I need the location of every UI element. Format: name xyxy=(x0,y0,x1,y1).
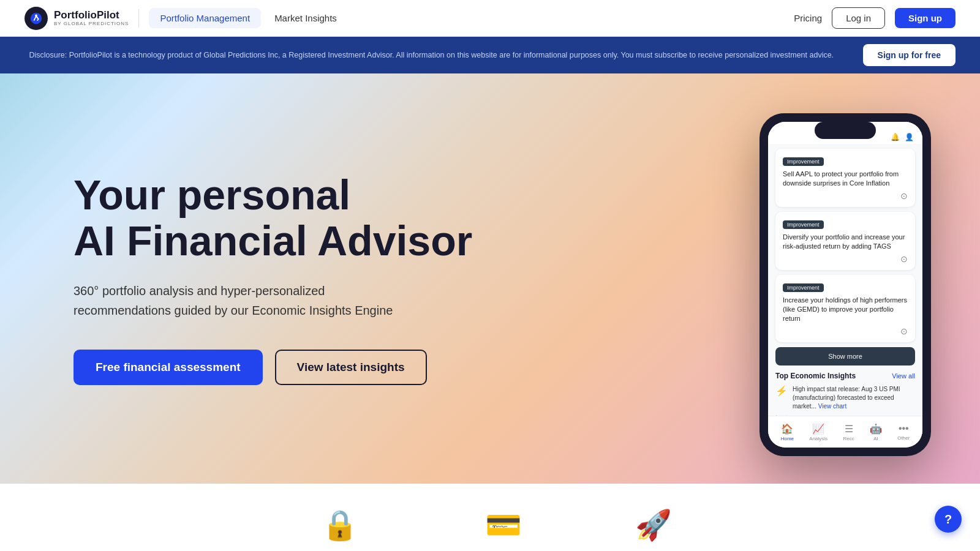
signup-button[interactable]: Sign up xyxy=(895,8,956,28)
other-label: Other xyxy=(897,435,910,441)
logo-icon xyxy=(24,7,48,30)
insights-header: Top Economic Insights View all xyxy=(775,372,915,380)
bottom-nav-home[interactable]: 🏠 Home xyxy=(781,423,794,441)
rec-text-1: Sell AAPL to protect your portfolio from… xyxy=(783,170,908,189)
phone-container: 🔔 👤 Improvement Sell AAPL to protect you… xyxy=(760,86,931,484)
disclosure-text: Disclosure: PortfolioPilot is a technolo… xyxy=(24,50,839,61)
insights-title: Top Economic Insights xyxy=(775,372,856,380)
phone-mockup: 🔔 👤 Improvement Sell AAPL to protect you… xyxy=(760,113,931,456)
stat-users: 🚀 15,000+ users* xyxy=(617,508,689,551)
hero-subtitle: 360° portfolio analysis and hyper-person… xyxy=(74,281,417,320)
phone-screen: 🔔 👤 Improvement Sell AAPL to protect you… xyxy=(768,122,922,448)
logo-title: PortfolioPilot xyxy=(54,10,129,21)
cta-secondary-button[interactable]: View latest insights xyxy=(275,350,427,385)
hero-section: Your personal AI Financial Advisor 360° … xyxy=(0,73,980,484)
rec-text-2: Diversify your portfolio and increase yo… xyxy=(783,233,908,252)
phone-body: Improvement Sell AAPL to protect your po… xyxy=(768,144,922,416)
other-icon: ••• xyxy=(899,423,909,434)
show-more-button[interactable]: Show more xyxy=(775,347,915,365)
user-icon: 👤 xyxy=(905,133,914,141)
rec-text-3: Increase your holdings of high performer… xyxy=(783,296,908,324)
bottom-nav-other[interactable]: ••• Other xyxy=(897,423,910,441)
phone-bottom-nav: 🏠 Home 📈 Analysis ☰ Recc 🤖 AI xyxy=(768,416,922,448)
hero-buttons: Free financial assessment View latest in… xyxy=(74,350,472,385)
payment-icon: 💳 xyxy=(485,508,522,542)
insight-link-1[interactable]: View chart xyxy=(818,403,847,410)
disclosure-bar: Disclosure: PortfolioPilot is a technolo… xyxy=(0,37,980,73)
insight-icon-1: ⚡ xyxy=(775,385,788,411)
logo-sub: BY GLOBAL PREDICTIONS xyxy=(54,21,129,26)
stat-security: 🔒 Bank-level security xyxy=(291,508,389,551)
insight-item-1: ⚡ High impact stat release: Aug 3 US PMI… xyxy=(775,385,915,411)
recc-label: Recc xyxy=(843,436,854,441)
rec-card-1: Improvement Sell AAPL to protect your po… xyxy=(775,149,915,207)
rec-badge-3: Improvement xyxy=(783,283,824,292)
bottom-nav-analysis[interactable]: 📈 Analysis xyxy=(809,423,827,441)
rocket-icon: 🚀 xyxy=(635,508,672,542)
rec-badge-2: Improvement xyxy=(783,220,824,229)
home-icon: 🏠 xyxy=(781,423,793,435)
nav-item-insights[interactable]: Market Insights xyxy=(263,8,348,28)
rec-footer-2: ⊙ xyxy=(783,254,908,264)
bottom-nav-recc[interactable]: ☰ Recc xyxy=(843,423,854,441)
notification-icon: 🔔 xyxy=(891,133,900,141)
bottom-nav-ai[interactable]: 🤖 AI xyxy=(870,423,882,441)
login-button[interactable]: Log in xyxy=(832,7,885,29)
view-all-link[interactable]: View all xyxy=(892,372,915,380)
analysis-icon: 📈 xyxy=(812,423,824,435)
hero-text: Your personal AI Financial Advisor 360° … xyxy=(74,172,472,385)
nav-item-portfolio[interactable]: Portfolio Management xyxy=(149,8,261,28)
stats-section: 🔒 Bank-level security 💳 $6.2B on platfor… xyxy=(0,484,980,551)
nav-divider xyxy=(138,9,139,28)
nav-menu: Portfolio Management Market Insights xyxy=(149,8,347,28)
rec-card-3: Improvement Increase your holdings of hi… xyxy=(775,275,915,342)
nav-pricing[interactable]: Pricing xyxy=(794,13,822,23)
help-button[interactable]: ? xyxy=(935,506,962,533)
stat-platform: 💳 $6.2B on platform* xyxy=(462,508,544,551)
nav-logo[interactable]: PortfolioPilot BY GLOBAL PREDICTIONS xyxy=(24,7,129,30)
rec-footer-1: ⊙ xyxy=(783,191,908,201)
nav-right: Pricing Log in Sign up xyxy=(794,7,956,29)
rec-check-icon-3: ⊙ xyxy=(900,326,908,336)
svg-point-1 xyxy=(35,14,37,17)
logo-text: PortfolioPilot BY GLOBAL PREDICTIONS xyxy=(54,10,129,27)
insight-text-1: High impact stat release: Aug 3 US PMI (… xyxy=(793,385,915,411)
hero-title-line1: Your personal xyxy=(74,171,350,218)
rec-footer-3: ⊙ xyxy=(783,326,908,336)
phone-notch xyxy=(815,122,876,139)
rec-badge-1: Improvement xyxy=(783,157,824,166)
rec-check-icon-1: ⊙ xyxy=(900,191,908,201)
signup-free-button[interactable]: Sign up for free xyxy=(863,44,956,66)
nav-left: PortfolioPilot BY GLOBAL PREDICTIONS Por… xyxy=(24,7,348,30)
navbar: PortfolioPilot BY GLOBAL PREDICTIONS Por… xyxy=(0,0,980,37)
hero-title-line2: AI Financial Advisor xyxy=(74,217,472,264)
recc-icon: ☰ xyxy=(845,423,853,435)
analysis-label: Analysis xyxy=(809,436,827,441)
hero-title: Your personal AI Financial Advisor xyxy=(74,172,472,264)
cta-primary-button[interactable]: Free financial assessment xyxy=(74,350,263,385)
ai-label: AI xyxy=(873,436,878,441)
ai-icon: 🤖 xyxy=(870,423,882,435)
rec-check-icon-2: ⊙ xyxy=(900,254,908,264)
rec-card-2: Improvement Diversify your portfolio and… xyxy=(775,212,915,270)
home-label: Home xyxy=(781,436,794,441)
lock-icon: 🔒 xyxy=(322,508,358,542)
